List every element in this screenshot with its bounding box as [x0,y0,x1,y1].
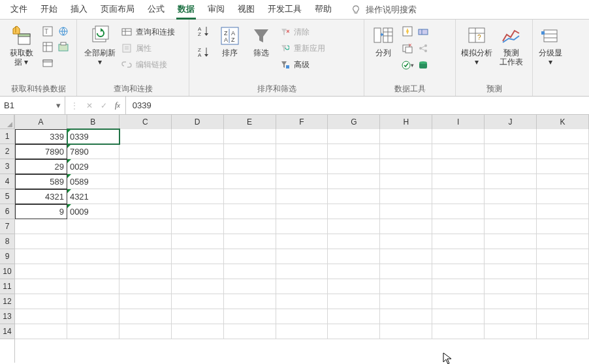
cell-K11[interactable] [537,279,589,294]
cell-J8[interactable] [485,234,537,249]
cell-F3[interactable] [276,159,328,174]
text-to-columns-button[interactable]: 分列 [368,22,398,57]
cell-F5[interactable] [276,189,328,204]
name-box[interactable]: B1 ▾ [0,97,65,114]
row-head-8[interactable]: 8 [0,234,14,249]
cell-D12[interactable] [172,294,224,309]
cell-E4[interactable] [224,174,276,189]
cell-F9[interactable] [276,249,328,264]
cell-A3[interactable]: 29 [15,159,67,174]
cell-F10[interactable] [276,264,328,279]
cell-H4[interactable] [380,174,432,189]
tab-formulas[interactable]: 公式 [141,0,171,19]
row-head-6[interactable]: 6 [0,204,14,219]
cell-D3[interactable] [172,159,224,174]
cell-G11[interactable] [328,279,380,294]
cell-K5[interactable] [537,189,589,204]
cell-I1[interactable] [432,129,485,144]
cell-D2[interactable] [172,144,224,159]
cell-G14[interactable] [328,324,380,339]
cell-A9[interactable] [15,249,67,264]
cell-J7[interactable] [485,219,537,234]
cell-I5[interactable] [432,189,485,204]
cell-E12[interactable] [224,294,276,309]
cell-G3[interactable] [328,159,380,174]
cell-B4[interactable]: 0589 [67,174,119,189]
col-head-G[interactable]: G [328,115,380,129]
cell-F7[interactable] [276,219,328,234]
forecast-sheet-button[interactable]: 预测 工作表 [494,22,529,67]
cell-K13[interactable] [537,309,589,324]
cell-H1[interactable] [380,129,432,144]
filter-button[interactable]: 筛选 [246,22,277,57]
cell-D4[interactable] [172,174,224,189]
cell-B5[interactable]: 4321 [67,189,119,204]
formula-cancel-icon[interactable]: ✕ [86,101,93,110]
cell-E5[interactable] [224,189,276,204]
row-head-11[interactable]: 11 [0,279,14,294]
cell-B7[interactable] [67,219,119,234]
col-head-H[interactable]: H [380,115,432,129]
cell-J13[interactable] [485,309,537,324]
existing-connections-icon[interactable] [41,56,54,69]
cell-I6[interactable] [432,204,485,219]
cell-F6[interactable] [276,204,328,219]
cell-A4[interactable]: 589 [15,174,67,189]
cell-C11[interactable] [119,279,172,294]
advanced-button[interactable]: 高级 [279,57,325,72]
cell-J10[interactable] [485,264,537,279]
cell-E6[interactable] [224,204,276,219]
cell-D7[interactable] [172,219,224,234]
row-head-7[interactable]: 7 [0,219,14,234]
col-head-A[interactable]: A [15,115,67,129]
cell-J5[interactable] [485,189,537,204]
cell-G10[interactable] [328,264,380,279]
tab-file[interactable]: 文件 [4,0,34,19]
cell-H11[interactable] [380,279,432,294]
cell-B1[interactable]: 0339 [67,129,119,144]
cell-K8[interactable] [537,234,589,249]
cell-K1[interactable] [537,129,589,144]
cell-K12[interactable] [537,294,589,309]
refresh-all-button[interactable]: 全部刷新 ▾ [81,22,119,67]
tab-page-layout[interactable]: 页面布局 [94,0,141,19]
cell-C14[interactable] [119,324,172,339]
cell-I9[interactable] [432,249,485,264]
cell-D8[interactable] [172,234,224,249]
cell-A10[interactable] [15,264,67,279]
tell-me[interactable]: 操作说明搜索 [351,4,417,16]
row-head-3[interactable]: 3 [0,159,14,174]
col-head-K[interactable]: K [537,115,589,129]
row-head-1[interactable]: 1 [0,129,14,144]
cell-B2[interactable]: 7890 [67,144,119,159]
cell-J9[interactable] [485,249,537,264]
row-head-2[interactable]: 2 [0,144,14,159]
cell-I12[interactable] [432,294,485,309]
cell-A13[interactable] [15,309,67,324]
cell-F1[interactable] [276,129,328,144]
cell-J12[interactable] [485,294,537,309]
cell-C9[interactable] [119,249,172,264]
cell-B6[interactable]: 0009 [67,204,119,219]
formula-input[interactable]: 0339 [125,97,589,114]
cell-A5[interactable]: 4321 [15,189,67,204]
cell-H12[interactable] [380,294,432,309]
cell-C13[interactable] [119,309,172,324]
cell-C4[interactable] [119,174,172,189]
cell-B3[interactable]: 0029 [67,159,119,174]
row-head-10[interactable]: 10 [0,264,14,279]
cell-F12[interactable] [276,294,328,309]
cell-K6[interactable] [537,204,589,219]
manage-data-model-icon[interactable] [417,59,430,72]
cell-E9[interactable] [224,249,276,264]
cell-B9[interactable] [67,249,119,264]
cell-I4[interactable] [432,174,485,189]
cell-J3[interactable] [485,159,537,174]
cell-E10[interactable] [224,264,276,279]
cell-I14[interactable] [432,324,485,339]
cell-J6[interactable] [485,204,537,219]
cell-C5[interactable] [119,189,172,204]
cell-C7[interactable] [119,219,172,234]
row-head-4[interactable]: 4 [0,174,14,189]
tab-review[interactable]: 审阅 [201,0,231,19]
